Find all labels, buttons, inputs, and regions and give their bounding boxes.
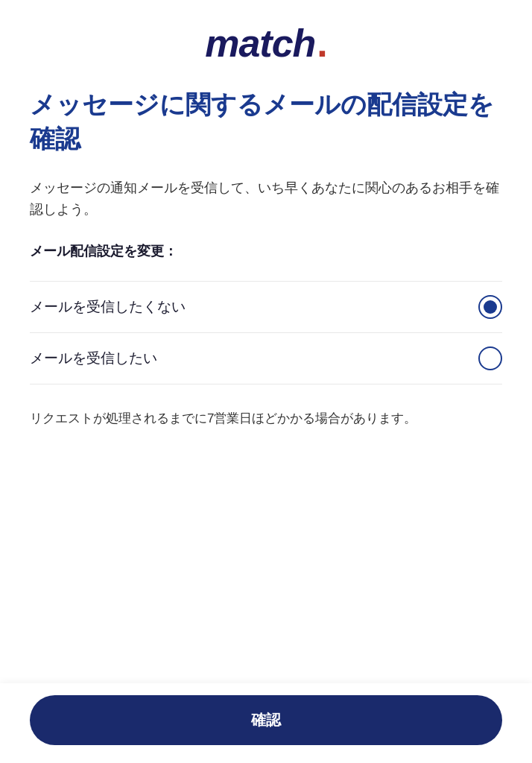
section-label: メール配信設定を変更： [30,242,502,260]
confirm-button[interactable]: 確認 [30,695,502,745]
description-text: メッセージの通知メールを受信して、いち早くあなたに関心のあるお相手を確認しよう。 [30,177,502,221]
page-title: メッセージに関するメールの配信設定を確認 [30,88,502,156]
radio-circle-yes-email[interactable] [478,346,502,370]
notice-text: リクエストが処理されるまでに7営業日ほどかかる場合があります。 [30,408,502,428]
radio-label-yes-email: メールを受信したい [30,349,157,368]
radio-option-yes-email[interactable]: メールを受信したい [30,333,502,384]
main-content: メッセージに関するメールの配信設定を確認 メッセージの通知メールを受信して、いち… [30,88,502,763]
logo: match. [205,21,327,66]
radio-circle-no-email[interactable] [478,295,502,319]
radio-label-no-email: メールを受信したくない [30,297,186,317]
page-container: match. メッセージに関するメールの配信設定を確認 メッセージの通知メールを… [0,0,532,763]
header: match. [30,0,502,88]
radio-inner-dot-no-email [484,300,497,314]
logo-dot: . [317,21,326,66]
radio-option-no-email[interactable]: メールを受信したくない [30,281,502,333]
logo-wordmark: match [205,21,315,66]
bottom-bar: 確認 [0,683,532,763]
